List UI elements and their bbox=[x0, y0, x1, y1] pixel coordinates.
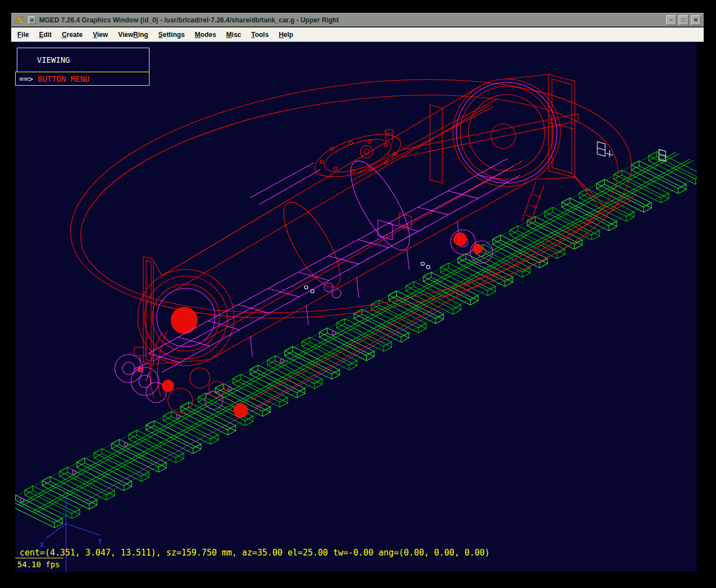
view-status-line: cent=(4.351, 3.047, 13.511), sz=159.750 … bbox=[20, 548, 490, 558]
window-menu-icon[interactable] bbox=[28, 16, 36, 24]
titlebar-controls: −□✕ bbox=[664, 15, 701, 25]
window-title: MGED 7.26.4 Graphics Window (id_0) - /us… bbox=[39, 16, 664, 24]
button-menu-label: BUTTON MENU bbox=[38, 74, 90, 83]
graphics-canvas[interactable]: X Y VIEWING ==> BUTTON MENU cent=(4.351,… bbox=[15, 42, 697, 572]
menu-tools[interactable]: Tools bbox=[246, 29, 274, 41]
axis-y-label: Y bbox=[98, 537, 102, 545]
tank-car-wireframe bbox=[55, 47, 666, 502]
menu-help[interactable]: Help bbox=[274, 29, 298, 41]
menu-view[interactable]: View bbox=[88, 29, 113, 41]
viewing-panel: VIEWING bbox=[17, 48, 149, 72]
menu-create[interactable]: Create bbox=[57, 29, 87, 41]
titlebar[interactable]: MGED 7.26.4 Graphics Window (id_0) - /us… bbox=[11, 13, 704, 27]
menu-modes[interactable]: Modes bbox=[190, 29, 221, 41]
close-button[interactable]: ✕ bbox=[691, 15, 701, 25]
viewing-panel-title: VIEWING bbox=[37, 55, 70, 64]
menu-edit[interactable]: Edit bbox=[34, 29, 57, 41]
menu-viewring[interactable]: ViewRing bbox=[113, 29, 153, 41]
brlcad-logo-icon bbox=[14, 15, 25, 25]
fps-counter: 54.10 fps bbox=[17, 560, 60, 569]
menu-misc[interactable]: Misc bbox=[221, 29, 246, 41]
maximize-icon: □ bbox=[682, 17, 685, 23]
button-menu-arrow: ==> bbox=[19, 74, 33, 83]
maximize-button[interactable]: □ bbox=[678, 15, 689, 25]
fps-divider bbox=[15, 558, 63, 558]
minimize-button[interactable]: − bbox=[666, 15, 676, 25]
wireframe-display[interactable]: X Y bbox=[15, 42, 697, 572]
menu-file[interactable]: File bbox=[12, 29, 34, 41]
menubar: FileEditCreateViewViewRingSettingsModesM… bbox=[11, 27, 704, 42]
menu-settings[interactable]: Settings bbox=[153, 29, 190, 41]
mged-graphics-window: MGED 7.26.4 Graphics Window (id_0) - /us… bbox=[11, 13, 704, 576]
close-icon: ✕ bbox=[694, 17, 698, 23]
rail-track-wireframe bbox=[15, 150, 697, 528]
button-menu-item[interactable]: ==> BUTTON MENU bbox=[15, 72, 149, 86]
minimize-icon: − bbox=[670, 17, 673, 23]
